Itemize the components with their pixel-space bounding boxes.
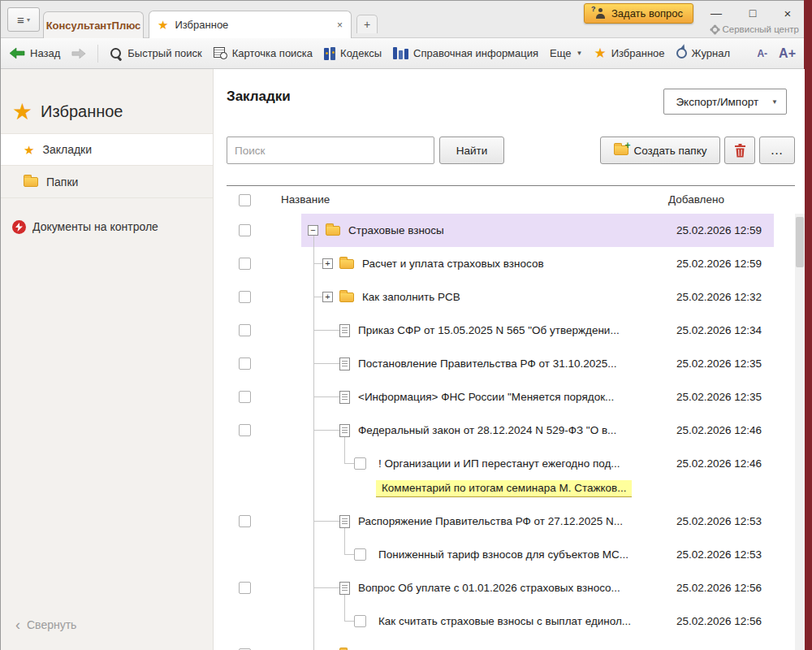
- row-label[interactable]: Приказ СФР от 15.05.2025 N 565 "Об утвер…: [358, 324, 620, 336]
- row-label[interactable]: Распоряжение Правительства РФ от 27.12.2…: [358, 515, 623, 527]
- row-label[interactable]: Вопрос Об уплате с 01.01.2026 страховых …: [358, 582, 620, 594]
- export-import-button[interactable]: Экспорт/Импорт ▼: [663, 89, 787, 115]
- bookmarks-rows: −Страховые взносы25.02.2026 12:59+Расчет…: [227, 214, 795, 650]
- sidebar-item-docs-on-control[interactable]: Документы на контроле: [1, 210, 213, 243]
- row-label[interactable]: <Информация> ФНС России "Меняется порядо…: [358, 391, 614, 403]
- font-decrease-button[interactable]: А-: [757, 48, 767, 59]
- vertical-scrollbar[interactable]: [795, 214, 805, 650]
- row-label[interactable]: ! Организации и ИП перестанут ежегодно п…: [378, 457, 620, 470]
- more-menu-button[interactable]: Еще ▼: [550, 47, 582, 59]
- row-label[interactable]: Как считать страховые взносы с выплат ед…: [378, 615, 631, 627]
- star-icon: ★: [594, 46, 606, 60]
- sidebar-item-bookmarks[interactable]: ★ Закладки: [1, 133, 213, 166]
- row-checkbox-cell: [227, 538, 301, 571]
- favorites-button[interactable]: ★ Избранное: [594, 46, 664, 60]
- sidebar: ★ Избранное ★ Закладки Папки Документы н…: [1, 69, 214, 650]
- select-all-checkbox[interactable]: [239, 194, 251, 206]
- back-button[interactable]: Назад: [9, 47, 60, 59]
- bookmark-row[interactable]: +Расчет и уплата страховых взносов25.02.…: [227, 247, 795, 280]
- brand-logo: КонсультантПлюс: [46, 20, 141, 32]
- bookmark-row[interactable]: −Страховые взносы25.02.2026 12:59: [227, 214, 795, 247]
- more-actions-button[interactable]: …: [759, 136, 795, 164]
- row-checkbox[interactable]: [354, 548, 366, 561]
- journal-button[interactable]: Журнал: [676, 47, 730, 59]
- bookmark-row[interactable]: Пониженный тариф взносов для субъектов М…: [227, 538, 795, 571]
- font-increase-button[interactable]: А+: [779, 46, 796, 61]
- collapse-sidebar-button[interactable]: ‹ Свернуть: [15, 618, 76, 632]
- row-checkbox-cell: [227, 347, 301, 380]
- tab-close-icon[interactable]: ×: [337, 20, 343, 31]
- bookmark-row[interactable]: <Информация> ФНС России "Меняется порядо…: [227, 380, 795, 414]
- row-checkbox[interactable]: [239, 358, 251, 370]
- maximize-button[interactable]: □: [741, 2, 765, 24]
- row-date: 25.02.2026 12:59: [668, 247, 774, 280]
- row-checkbox-cell: [227, 247, 301, 280]
- minimize-button[interactable]: —: [704, 2, 728, 24]
- bookmark-row[interactable]: Вопрос Об уплате с 01.01.2026 страховых …: [227, 571, 795, 604]
- sidebar-title: Избранное: [41, 102, 123, 121]
- scrollbar-thumb[interactable]: [796, 217, 804, 267]
- bookmark-row[interactable]: Распоряжение Правительства РФ от 27.12.2…: [227, 505, 795, 538]
- bookmark-row[interactable]: ! Организации и ИП перестанут ежегодно п…: [227, 447, 795, 505]
- row-checkbox[interactable]: [239, 391, 251, 403]
- person-question-icon: ?: [594, 8, 606, 19]
- row-checkbox[interactable]: [239, 515, 251, 527]
- row-checkbox-cell: [227, 571, 301, 604]
- bookmark-row[interactable]: Приказ СФР от 15.05.2025 N 565 "Об утвер…: [227, 314, 795, 347]
- search-input[interactable]: [227, 136, 434, 164]
- page-title: Закладки: [227, 89, 291, 105]
- row-label[interactable]: Пониженный тариф взносов для субъектов М…: [378, 548, 628, 561]
- chevron-down-icon: ▼: [771, 98, 778, 106]
- service-center-link[interactable]: Сервисный центр: [711, 24, 799, 34]
- row-date: 25.02.2026 12:53: [668, 505, 774, 538]
- quick-search-button[interactable]: Быстрый поиск: [110, 47, 202, 60]
- row-checkbox[interactable]: [239, 324, 251, 336]
- row-label[interactable]: Страховые взносы: [348, 224, 444, 236]
- expand-toggle[interactable]: +: [322, 258, 333, 269]
- row-checkbox[interactable]: [239, 224, 251, 236]
- ask-question-label: Задать вопрос: [611, 7, 683, 20]
- find-button[interactable]: Найти: [439, 136, 504, 164]
- search-card-button[interactable]: Карточка поиска: [214, 47, 313, 59]
- row-label[interactable]: Расчет и уплата страховых взносов: [362, 258, 544, 270]
- bookmark-comment[interactable]: Комментарий по итогам семинара М. Стажко…: [376, 480, 632, 497]
- close-button[interactable]: ×: [775, 2, 800, 24]
- row-label[interactable]: Федеральный закон от 28.12.2024 N 529-ФЗ…: [358, 424, 616, 436]
- row-checkbox[interactable]: [239, 291, 251, 303]
- row-checkbox-cell: [227, 380, 301, 414]
- row-checkbox[interactable]: [239, 582, 251, 594]
- row-checkbox[interactable]: [354, 457, 366, 470]
- tab-favorites[interactable]: ★ Избранное ×: [149, 11, 352, 38]
- app-home-tab[interactable]: КонсультантПлюс: [43, 11, 144, 38]
- row-checkbox-cell: [227, 414, 301, 447]
- bookmark-row[interactable]: Как считать страховые взносы с выплат ед…: [227, 604, 795, 638]
- forward-arrow-icon: [71, 48, 86, 59]
- main-menu-button[interactable]: ≡ ▾: [7, 7, 40, 32]
- row-checkbox[interactable]: [239, 424, 251, 436]
- row-checkbox[interactable]: [354, 615, 366, 627]
- bookmark-row[interactable]: Федеральный закон от 28.12.2024 N 529-ФЗ…: [227, 414, 795, 447]
- forward-button[interactable]: [71, 48, 86, 59]
- expand-toggle[interactable]: +: [322, 292, 333, 302]
- trash-icon: [734, 144, 746, 158]
- create-folder-button[interactable]: Создать папку: [600, 136, 720, 164]
- sidebar-item-folders[interactable]: Папки: [1, 166, 213, 198]
- codes-button[interactable]: Кодексы: [324, 47, 382, 60]
- sidebar-item-label: Закладки: [42, 143, 92, 156]
- row-checkbox-cell: [227, 505, 301, 538]
- bookmark-row[interactable]: +Как заполнить РСВ25.02.2026 12:32: [227, 280, 795, 314]
- hamburger-icon: ≡: [17, 13, 24, 27]
- reference-info-button[interactable]: Справочная информация: [393, 47, 538, 59]
- delete-button[interactable]: [724, 136, 755, 164]
- new-tab-button[interactable]: +: [356, 15, 378, 33]
- toolbar-separator: [97, 45, 98, 63]
- row-label[interactable]: Как заполнить РСВ: [362, 291, 460, 303]
- bookmark-row[interactable]: ЕФС-125.02.2026: [227, 638, 795, 650]
- document-icon: [339, 515, 350, 528]
- bookmark-row[interactable]: Постановление Правительства РФ от 31.10.…: [227, 347, 795, 380]
- ask-question-button[interactable]: ? Задать вопрос: [584, 3, 693, 24]
- row-checkbox[interactable]: [239, 258, 251, 270]
- row-label[interactable]: Постановление Правительства РФ от 31.10.…: [358, 358, 616, 370]
- titlebar: ≡ ▾ КонсультантПлюс ★ Избранное × + ? За…: [1, 1, 804, 38]
- collapse-toggle[interactable]: −: [308, 225, 318, 236]
